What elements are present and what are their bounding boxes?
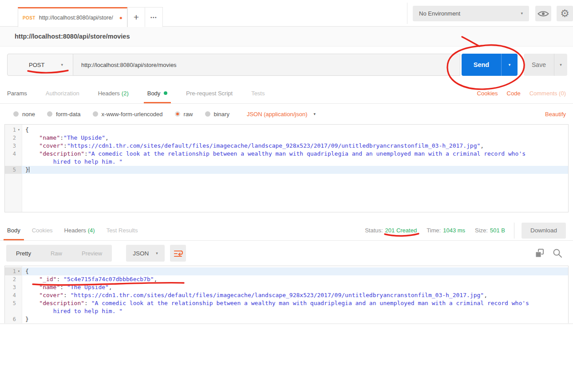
response-tab-body[interactable]: Body: [7, 220, 20, 240]
line-number: 5: [5, 299, 16, 307]
cookies-link[interactable]: Cookies: [477, 90, 498, 97]
code-line: 5 "description": "A comedic look at the …: [5, 299, 568, 307]
response-body-editor[interactable]: 1▾ { 2 "_id": "5c4e715fa74c07dbbb6ecb7b"…: [4, 266, 569, 323]
response-meta: Status: 201 Created Time: 1043 ms Size: …: [365, 220, 566, 240]
code-line-wrap: hired to help him. ": [5, 158, 568, 166]
line-number: 4: [5, 150, 16, 158]
method-select[interactable]: POST ▾: [7, 54, 73, 76]
gear-icon: ⚙: [560, 8, 569, 19]
code-line-active: 5 }: [5, 166, 568, 174]
size-label: Size:: [475, 227, 488, 234]
chevron-down-icon: ▾: [313, 112, 316, 116]
code-line-active: 1▾ {: [5, 267, 568, 275]
comments-link[interactable]: Comments (0): [530, 90, 566, 97]
headers-count: (2): [122, 90, 129, 97]
code-line: 4 "cover": "https://cdn1.thr.com/sites/d…: [5, 291, 568, 299]
chevron-down-icon: ▾: [156, 251, 158, 255]
view-raw[interactable]: Raw: [41, 250, 72, 257]
chevron-down-icon: ▾: [509, 63, 511, 67]
environment-preview-button[interactable]: [535, 6, 551, 21]
response-tab-test-results[interactable]: Test Results: [107, 220, 138, 240]
response-tab-cookies[interactable]: Cookies: [32, 220, 53, 240]
code-line: 2 "name":"The Upside",: [5, 134, 568, 142]
line-number: 4: [5, 291, 16, 299]
unsaved-dot-icon: ●: [119, 15, 123, 20]
format-select[interactable]: JSON ▾: [126, 245, 165, 262]
request-tab[interactable]: POST http://localhost:8080/api/store/ ●: [18, 7, 127, 27]
tab-method-badge: POST: [23, 16, 36, 20]
size-value: 501 B: [490, 227, 505, 234]
request-body-editor[interactable]: 1▾ { 2 "name":"The Upside", 3 "cover":"h…: [4, 124, 569, 212]
send-button[interactable]: Send ▾: [462, 54, 518, 76]
text-cursor: [29, 167, 29, 172]
view-preview[interactable]: Preview: [72, 250, 112, 257]
response-toolbar: Pretty Raw Preview JSON ▾: [0, 241, 573, 266]
wrap-lines-button[interactable]: [170, 245, 186, 262]
view-pretty[interactable]: Pretty: [6, 250, 41, 257]
wrap-lines-icon: [173, 249, 183, 258]
settings-button[interactable]: ⚙: [557, 6, 573, 21]
search-icon[interactable]: [553, 248, 562, 258]
response-tabs: Body Cookies Headers(4) Test Results Sta…: [0, 220, 573, 241]
code-line: 4 "description":"A comedic look at the r…: [5, 150, 568, 158]
tab-authorization[interactable]: Authorization: [46, 83, 79, 103]
code-line-id: 2 "_id": "5c4e715fa74c07dbbb6ecb7b",: [5, 275, 568, 283]
save-options-button[interactable]: ▾: [554, 54, 567, 76]
url-input[interactable]: http://localhost:8080/api/store/movies: [73, 54, 460, 76]
line-number: 1: [5, 126, 16, 134]
postman-app: POST http://localhost:8080/api/store/ ● …: [0, 0, 573, 324]
download-button[interactable]: Download: [522, 223, 566, 239]
save-label: Save: [524, 54, 554, 76]
send-label: Send: [462, 54, 501, 76]
line-number: 3: [5, 283, 16, 291]
line-number: 5: [5, 166, 16, 174]
tab-params[interactable]: Params: [7, 83, 27, 103]
radio-selected-icon: [175, 111, 180, 117]
line-number: 6: [5, 315, 16, 323]
response-tab-headers[interactable]: Headers(4): [64, 220, 95, 240]
save-button[interactable]: Save ▾: [524, 54, 567, 76]
line-number: 2: [5, 275, 16, 283]
status-value: 201 Created: [385, 227, 417, 234]
time-label: Time:: [427, 227, 441, 234]
request-links: Cookies Code Comments (0): [477, 83, 566, 103]
code-line: 3 "cover":"https://cdn1.thr.com/sites/de…: [5, 142, 568, 150]
code-line-wrap: hired to help him. ": [5, 307, 568, 315]
radio-icon: [93, 111, 98, 117]
beautify-link[interactable]: Beautify: [545, 111, 566, 118]
copy-icon[interactable]: [535, 248, 545, 258]
mode-x-www-form-urlencoded[interactable]: x-www-form-urlencoded: [93, 111, 163, 118]
send-options-button[interactable]: ▾: [501, 54, 518, 76]
fold-icon: ▾: [16, 126, 22, 134]
environment-select[interactable]: No Environment ▾: [413, 6, 529, 21]
method-value: POST: [29, 62, 44, 68]
mode-none[interactable]: none: [13, 111, 35, 118]
tab-tests[interactable]: Tests: [251, 83, 265, 103]
code-link[interactable]: Code: [507, 90, 521, 97]
mode-raw[interactable]: raw: [175, 111, 193, 118]
url-value: http://localhost:8080/api/store/movies: [81, 62, 177, 68]
line-number: 2: [5, 134, 16, 142]
chevron-down-icon: ▾: [560, 63, 562, 67]
tab-prerequest-script[interactable]: Pre-request Script: [186, 83, 233, 103]
new-tab-button[interactable]: +: [127, 7, 145, 27]
tab-options-button[interactable]: •••: [145, 7, 163, 27]
request-tabs: Params Authorization Headers(2) Body Pre…: [0, 83, 573, 104]
tab-headers[interactable]: Headers(2): [98, 83, 129, 103]
mode-binary[interactable]: binary: [205, 111, 229, 118]
code-line: 3 "name": "The Upside",: [5, 283, 568, 291]
status-label: Status:: [365, 227, 383, 234]
header: POST http://localhost:8080/api/store/ ● …: [0, 0, 573, 27]
mode-form-data[interactable]: form-data: [47, 111, 81, 118]
view-switcher: Pretty Raw Preview: [6, 245, 112, 262]
divider: [407, 3, 407, 24]
code-line: 6 }: [5, 315, 568, 323]
response-tool-icons: [535, 248, 567, 258]
request-bar: POST ▾ http://localhost:8080/api/store/m…: [0, 47, 573, 83]
content-type-select[interactable]: JSON (application/json) ▾: [247, 111, 316, 118]
body-mode-row: none form-data x-www-form-urlencoded raw…: [0, 104, 573, 124]
tab-body[interactable]: Body: [147, 83, 168, 103]
divider: [514, 223, 514, 239]
tab-url: http://localhost:8080/api/store/: [39, 15, 113, 21]
request-title-row: http://localhost:8080/api/store/movies: [0, 27, 573, 47]
